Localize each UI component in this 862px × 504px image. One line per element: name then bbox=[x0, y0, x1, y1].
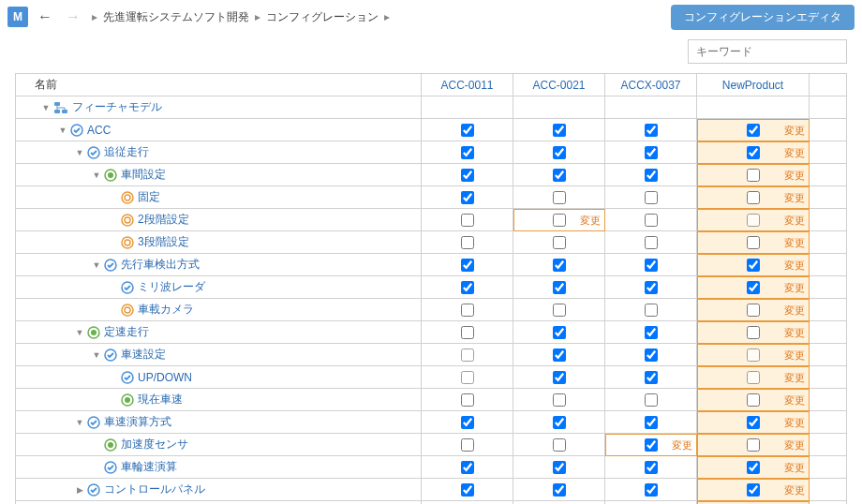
tree-expander-icon[interactable]: ▼ bbox=[74, 328, 85, 337]
feature-checkbox[interactable] bbox=[553, 236, 566, 249]
feature-checkbox[interactable] bbox=[461, 393, 474, 407]
configuration-editor-button[interactable]: コンフィグレーションエディタ bbox=[671, 5, 855, 30]
feature-checkbox[interactable] bbox=[747, 281, 760, 294]
tree-expander-icon[interactable]: ▼ bbox=[91, 170, 102, 180]
feature-checkbox[interactable] bbox=[553, 416, 566, 429]
breadcrumb-item[interactable]: コンフィグレーション bbox=[266, 9, 379, 25]
feature-checkbox[interactable] bbox=[461, 146, 474, 159]
table-row[interactable]: UP/DOWN変更 bbox=[16, 366, 847, 389]
feature-checkbox[interactable] bbox=[747, 393, 760, 407]
table-row[interactable]: レーンキープアシスト変更 bbox=[16, 501, 847, 505]
feature-checkbox[interactable] bbox=[747, 461, 760, 474]
feature-checkbox[interactable] bbox=[461, 438, 474, 452]
feature-checkbox[interactable] bbox=[553, 191, 566, 204]
feature-checkbox[interactable] bbox=[461, 214, 474, 227]
table-row[interactable]: ▼先行車検出方式変更 bbox=[16, 254, 847, 276]
tree-expander-icon[interactable]: ▼ bbox=[74, 148, 85, 157]
table-row[interactable]: ▼車速設定変更 bbox=[16, 344, 847, 366]
feature-checkbox[interactable] bbox=[553, 304, 566, 317]
feature-checkbox[interactable] bbox=[747, 483, 760, 497]
feature-checkbox[interactable] bbox=[553, 461, 566, 474]
feature-checkbox[interactable] bbox=[645, 214, 658, 227]
feature-checkbox[interactable] bbox=[553, 326, 566, 339]
table-row[interactable]: 現在車速変更 bbox=[16, 389, 847, 411]
table-row[interactable]: 車載カメラ変更 bbox=[16, 299, 847, 321]
feature-checkbox[interactable] bbox=[747, 146, 760, 159]
feature-checkbox[interactable] bbox=[747, 191, 760, 204]
feature-checkbox[interactable] bbox=[747, 326, 760, 339]
feature-checkbox[interactable] bbox=[461, 169, 474, 182]
feature-checkbox[interactable] bbox=[553, 438, 566, 452]
feature-checkbox[interactable] bbox=[747, 416, 760, 429]
tree-expander-icon[interactable]: ▶ bbox=[74, 485, 85, 495]
feature-checkbox[interactable] bbox=[645, 461, 658, 474]
nav-forward-icon[interactable]: → bbox=[62, 8, 84, 25]
feature-checkbox[interactable] bbox=[553, 259, 566, 272]
table-row[interactable]: 2段階設定変更変更 bbox=[16, 209, 847, 231]
column-header-product[interactable]: ACCX-0037 bbox=[605, 74, 697, 96]
feature-checkbox[interactable] bbox=[645, 169, 658, 182]
column-header-product[interactable]: ACC-0011 bbox=[422, 74, 513, 96]
feature-checkbox[interactable] bbox=[553, 146, 566, 159]
feature-checkbox[interactable] bbox=[747, 259, 760, 272]
table-row[interactable]: ▼定速走行変更 bbox=[16, 321, 847, 344]
feature-checkbox[interactable] bbox=[461, 124, 474, 137]
tree-expander-icon[interactable]: ▼ bbox=[91, 260, 102, 270]
feature-checkbox[interactable] bbox=[645, 281, 658, 294]
feature-checkbox[interactable] bbox=[645, 393, 658, 407]
feature-checkbox[interactable] bbox=[645, 416, 658, 429]
feature-checkbox[interactable] bbox=[747, 438, 760, 452]
table-row[interactable]: 加速度センサ変更変更 bbox=[16, 434, 847, 456]
feature-checkbox[interactable] bbox=[553, 169, 566, 182]
feature-checkbox[interactable] bbox=[461, 304, 474, 317]
feature-checkbox[interactable] bbox=[747, 169, 760, 182]
feature-checkbox[interactable] bbox=[747, 214, 760, 227]
feature-checkbox[interactable] bbox=[645, 326, 658, 339]
feature-checkbox[interactable] bbox=[553, 483, 566, 497]
table-row[interactable]: ▼フィーチャモデル bbox=[16, 96, 847, 119]
column-header-product[interactable]: ACC-0021 bbox=[513, 74, 605, 96]
table-row[interactable]: ▶コントロールパネル変更 bbox=[16, 479, 847, 501]
table-row[interactable]: ▼車間設定変更 bbox=[16, 164, 847, 186]
table-row[interactable]: 3段階設定変更 bbox=[16, 231, 847, 254]
feature-checkbox[interactable] bbox=[461, 416, 474, 429]
feature-checkbox[interactable] bbox=[553, 214, 566, 227]
feature-checkbox[interactable] bbox=[747, 371, 760, 384]
feature-checkbox[interactable] bbox=[553, 371, 566, 384]
feature-checkbox[interactable] bbox=[461, 348, 474, 362]
tree-expander-icon[interactable]: ▼ bbox=[57, 126, 68, 135]
table-row[interactable]: 車輪速演算変更 bbox=[16, 456, 847, 479]
feature-checkbox[interactable] bbox=[747, 236, 760, 249]
tree-expander-icon[interactable]: ▼ bbox=[74, 418, 85, 427]
table-row[interactable]: ▼追従走行変更 bbox=[16, 141, 847, 164]
feature-checkbox[interactable] bbox=[747, 348, 760, 362]
feature-checkbox[interactable] bbox=[461, 461, 474, 474]
table-row[interactable]: ▼車速演算方式変更 bbox=[16, 411, 847, 434]
search-input[interactable] bbox=[688, 39, 847, 64]
feature-checkbox[interactable] bbox=[553, 348, 566, 362]
feature-checkbox[interactable] bbox=[645, 304, 658, 317]
feature-checkbox[interactable] bbox=[645, 259, 658, 272]
feature-checkbox[interactable] bbox=[461, 281, 474, 294]
breadcrumb-item[interactable]: 先進運転システムソフト開発 bbox=[103, 9, 249, 25]
table-row[interactable]: ミリ波レーダ変更 bbox=[16, 276, 847, 299]
feature-checkbox[interactable] bbox=[645, 483, 658, 497]
feature-checkbox[interactable] bbox=[645, 191, 658, 204]
feature-checkbox[interactable] bbox=[461, 371, 474, 384]
feature-checkbox[interactable] bbox=[645, 348, 658, 362]
feature-checkbox[interactable] bbox=[553, 124, 566, 137]
feature-checkbox[interactable] bbox=[645, 438, 658, 452]
feature-checkbox[interactable] bbox=[553, 281, 566, 294]
feature-checkbox[interactable] bbox=[461, 259, 474, 272]
table-row[interactable]: 固定変更 bbox=[16, 186, 847, 209]
feature-checkbox[interactable] bbox=[461, 326, 474, 339]
feature-checkbox[interactable] bbox=[645, 146, 658, 159]
tree-expander-icon[interactable]: ▼ bbox=[40, 103, 52, 112]
feature-checkbox[interactable] bbox=[747, 124, 760, 137]
feature-checkbox[interactable] bbox=[461, 236, 474, 249]
column-header-name[interactable]: 名前 bbox=[16, 74, 422, 96]
feature-checkbox[interactable] bbox=[645, 124, 658, 137]
column-header-product[interactable]: NewProduct bbox=[697, 74, 810, 96]
tree-expander-icon[interactable]: ▼ bbox=[91, 350, 102, 360]
feature-checkbox[interactable] bbox=[553, 393, 566, 407]
